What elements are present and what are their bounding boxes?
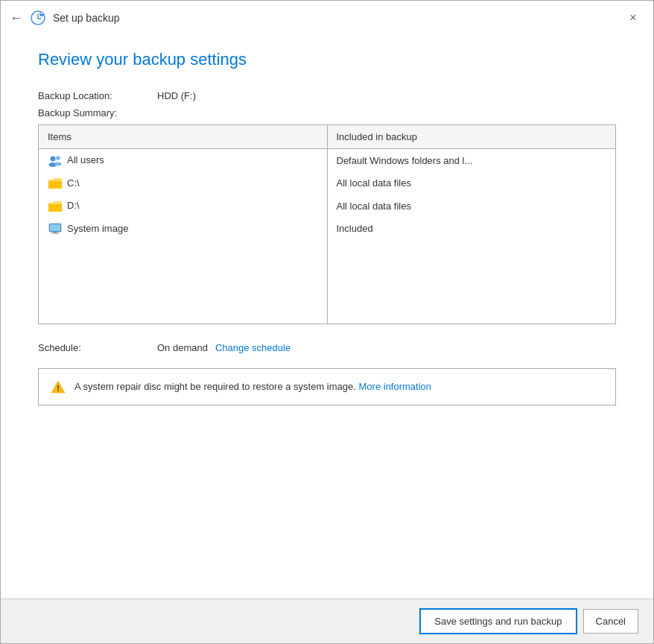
warning-box: ! A system repair disc might be required… — [38, 368, 616, 405]
backup-table: Items Included in backup All usersDefaul… — [39, 125, 615, 323]
change-schedule-link[interactable]: Change schedule — [215, 342, 291, 353]
backup-summary-label: Backup Summary: — [38, 107, 157, 119]
table-cell-included: Default Windows folders and l... — [327, 149, 615, 172]
empty-cell — [39, 282, 327, 303]
table-cell-included: Included — [327, 218, 615, 241]
item-name: All users — [67, 154, 104, 165]
backup-icon-svg — [30, 10, 46, 26]
empty-cell — [39, 240, 327, 261]
table-cell-item: All users — [39, 149, 327, 172]
svg-rect-8 — [54, 232, 57, 233]
table-row-empty — [39, 303, 615, 323]
window-title: Set up backup — [53, 12, 120, 24]
warning-message: A system repair disc might be required t… — [74, 381, 356, 392]
more-information-link[interactable]: More information — [359, 381, 432, 392]
empty-cell — [327, 261, 615, 282]
table-row-empty — [39, 261, 615, 282]
schedule-label: Schedule: — [38, 342, 157, 353]
svg-point-5 — [55, 162, 62, 165]
warning-text: A system repair disc might be required t… — [74, 379, 431, 394]
table-cell-included: All local data files — [327, 172, 615, 195]
schedule-value: On demand — [157, 342, 208, 353]
title-bar-left: ← Set up backup — [10, 9, 120, 27]
table-row: System imageIncluded — [39, 218, 615, 241]
cancel-button[interactable]: Cancel — [583, 609, 638, 634]
back-button[interactable]: ← — [10, 10, 23, 26]
backup-location-label: Backup Location: — [38, 90, 157, 101]
footer: Save settings and run backup Cancel — [1, 599, 653, 643]
close-button[interactable]: × — [622, 7, 644, 29]
table-row-empty — [39, 282, 615, 303]
backup-table-container: Items Included in backup All usersDefaul… — [38, 124, 616, 324]
backup-location-row: Backup Location: HDD (F:) — [38, 90, 616, 101]
table-row: D:\All local data files — [39, 195, 615, 218]
svg-point-2 — [51, 156, 56, 161]
warning-triangle-svg: ! — [51, 379, 66, 394]
table-cell-item: System image — [39, 218, 327, 241]
item-name: D:\ — [67, 200, 80, 211]
backup-location-value: HDD (F:) — [157, 90, 196, 101]
save-and-run-button[interactable]: Save settings and run backup — [419, 608, 577, 634]
content-area: Review your backup settings Backup Locat… — [1, 35, 653, 599]
item-name: C:\ — [67, 177, 80, 189]
backup-summary-row: Backup Summary: — [38, 107, 616, 119]
empty-cell — [327, 240, 615, 261]
backup-icon — [29, 9, 47, 27]
main-window: ← Set up backup × Review your backup set… — [0, 0, 654, 644]
col-included-header: Included in backup — [327, 125, 615, 149]
empty-cell — [327, 282, 615, 303]
table-header-row: Items Included in backup — [39, 125, 615, 149]
table-cell-included: All local data files — [327, 195, 615, 218]
svg-rect-7 — [50, 224, 60, 231]
table-cell-item: D:\ — [39, 195, 327, 218]
empty-cell — [327, 303, 615, 323]
page-title: Review your backup settings — [38, 50, 616, 69]
table-row: All usersDefault Windows folders and l..… — [39, 149, 615, 172]
schedule-row: Schedule: On demand Change schedule — [38, 342, 616, 353]
col-items-header: Items — [39, 125, 327, 149]
folder-icon — [48, 201, 63, 212]
svg-text:!: ! — [57, 384, 60, 393]
users-icon — [48, 155, 63, 167]
empty-cell — [39, 303, 327, 323]
folder-icon — [48, 177, 63, 189]
table-cell-item: C:\ — [39, 172, 327, 195]
svg-point-4 — [56, 156, 60, 160]
svg-rect-9 — [51, 233, 59, 234]
title-bar: ← Set up backup × — [1, 1, 653, 35]
table-row-empty — [39, 240, 615, 261]
monitor-icon — [48, 223, 63, 235]
item-name: System image — [67, 223, 128, 234]
empty-cell — [39, 261, 327, 282]
table-row: C:\All local data files — [39, 172, 615, 195]
warning-icon: ! — [51, 379, 66, 394]
